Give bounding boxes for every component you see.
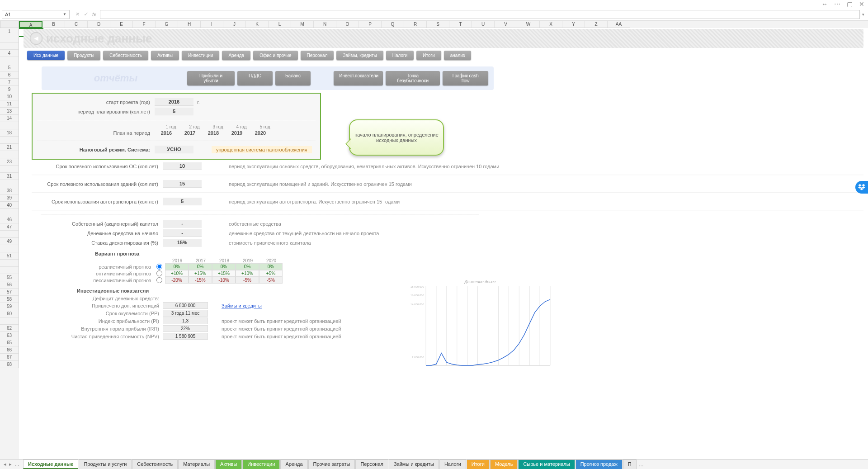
row-header[interactable]: 1 <box>0 28 19 35</box>
useful-life-value[interactable]: 15 <box>163 180 202 188</box>
forecast-radio[interactable] <box>156 277 162 283</box>
select-all-corner[interactable] <box>0 21 19 28</box>
chevron-down-icon[interactable]: ▼ <box>63 12 66 16</box>
row-header[interactable] <box>0 122 19 129</box>
row-header[interactable]: 9 <box>0 86 19 93</box>
row-header[interactable]: 47 <box>0 223 19 231</box>
loans-link[interactable]: Займы и кредиты <box>222 303 262 308</box>
col-header-U[interactable]: U <box>472 21 495 28</box>
row-header[interactable]: 60 <box>0 310 19 317</box>
col-header-F[interactable]: F <box>133 21 156 28</box>
row-header[interactable]: 18 <box>0 129 19 137</box>
nav-итоги[interactable]: Итоги <box>416 51 441 60</box>
row-header[interactable]: 14 <box>0 115 19 122</box>
report-btn[interactable]: Точка безубыточноси <box>386 71 440 85</box>
col-header-V[interactable]: V <box>495 21 517 28</box>
row-header[interactable] <box>0 57 19 64</box>
row-header[interactable]: 13 <box>0 108 19 115</box>
nav-активы[interactable]: Активы <box>151 51 179 60</box>
row-header[interactable]: 65 <box>0 339 19 346</box>
row-header[interactable]: 39 <box>0 194 19 202</box>
row-header[interactable]: 59 <box>0 303 19 310</box>
row-header[interactable] <box>0 180 19 187</box>
row-header[interactable]: 10 <box>0 93 19 100</box>
row-header[interactable]: 63 <box>0 332 19 339</box>
row-header[interactable]: 40 <box>0 202 19 209</box>
formula-expand-icon[interactable]: ▾ <box>860 12 866 17</box>
row-header[interactable]: 67 <box>0 354 19 361</box>
row-header[interactable]: 51 <box>0 252 19 260</box>
row-header[interactable] <box>0 245 19 252</box>
maximize-icon[interactable]: ▢ <box>847 0 853 8</box>
row-header[interactable]: 6 <box>0 71 19 79</box>
row-header[interactable]: 31 <box>0 173 19 180</box>
row-header[interactable]: 57 <box>0 289 19 296</box>
more-icon[interactable]: ⋯ <box>834 0 840 8</box>
row-header[interactable] <box>0 267 19 274</box>
nav-аренда[interactable]: Аренда <box>222 51 250 60</box>
col-header-B[interactable]: B <box>42 21 65 28</box>
spreadsheet-grid[interactable]: ABCDEFGHIJKLMNOPQRSTUVWXYZAA ◄ исходные … <box>19 21 868 459</box>
report-btn[interactable]: Баланс <box>275 71 311 85</box>
row-header[interactable] <box>0 35 19 43</box>
col-header-S[interactable]: S <box>427 21 449 28</box>
row-header[interactable] <box>0 166 19 173</box>
row-header[interactable]: 38 <box>0 187 19 194</box>
start-year-value[interactable]: 2016 <box>155 98 193 106</box>
col-header-M[interactable]: M <box>291 21 314 28</box>
col-header-AA[interactable]: AA <box>608 21 630 28</box>
col-header-P[interactable]: P <box>359 21 382 28</box>
forecast-radio[interactable] <box>156 264 162 270</box>
tax-system-value[interactable]: УСНО <box>155 146 193 153</box>
plan-period-value[interactable]: 5 <box>155 108 193 115</box>
nav-налоги[interactable]: Налоги <box>386 51 414 60</box>
capital-value[interactable]: 15% <box>163 239 202 246</box>
row-header[interactable]: 46 <box>0 216 19 223</box>
col-header-A[interactable]: A <box>19 21 42 28</box>
nav-исх-данные[interactable]: Исх данные <box>27 51 65 60</box>
accept-icon[interactable]: ✓ <box>84 11 88 17</box>
col-header-Z[interactable]: Z <box>585 21 608 28</box>
row-header[interactable]: 7 <box>0 79 19 86</box>
col-header-C[interactable]: C <box>65 21 88 28</box>
row-header[interactable]: 21 <box>0 144 19 151</box>
nav-займы,-кредиты[interactable]: Займы, кредиты <box>336 51 383 60</box>
row-header[interactable] <box>0 151 19 158</box>
useful-life-value[interactable]: 10 <box>163 162 202 170</box>
row-header[interactable]: 23 <box>0 158 19 166</box>
row-header[interactable] <box>0 260 19 267</box>
col-header-G[interactable]: G <box>156 21 178 28</box>
row-header[interactable]: 66 <box>0 346 19 354</box>
dropbox-icon[interactable] <box>855 181 868 194</box>
formula-input[interactable] <box>100 10 860 19</box>
row-header[interactable]: 56 <box>0 281 19 289</box>
nav-себестоимость[interactable]: Себестоимость <box>103 51 148 60</box>
nav-продукты[interactable]: Продукты <box>67 51 100 60</box>
row-header[interactable]: 4 <box>0 50 19 57</box>
row-header[interactable]: 62 <box>0 325 19 332</box>
col-header-R[interactable]: R <box>404 21 427 28</box>
row-header[interactable]: 55 <box>0 274 19 281</box>
col-header-H[interactable]: H <box>178 21 201 28</box>
row-header[interactable]: 49 <box>0 238 19 245</box>
col-header-W[interactable]: W <box>517 21 540 28</box>
name-box[interactable]: A1 ▼ <box>2 10 70 19</box>
nav-инвестиции[interactable]: Инвестиции <box>182 51 220 60</box>
row-header[interactable] <box>0 43 19 50</box>
col-header-E[interactable]: E <box>110 21 133 28</box>
back-icon[interactable]: ◄ <box>30 32 42 45</box>
row-header[interactable] <box>0 231 19 238</box>
row-header[interactable] <box>0 209 19 216</box>
nav-персонал[interactable]: Персонал <box>301 51 334 60</box>
col-header-T[interactable]: T <box>449 21 472 28</box>
col-header-K[interactable]: K <box>246 21 269 28</box>
col-header-X[interactable]: X <box>540 21 562 28</box>
col-header-J[interactable]: J <box>223 21 246 28</box>
col-header-Y[interactable]: Y <box>562 21 585 28</box>
fx-icon[interactable]: fx <box>92 12 96 17</box>
col-header-I[interactable]: I <box>201 21 223 28</box>
resize-icon[interactable]: ↔ <box>821 0 828 8</box>
nav-анализ[interactable]: анализ <box>444 51 472 60</box>
row-header[interactable]: 68 <box>0 361 19 368</box>
col-header-O[interactable]: O <box>336 21 359 28</box>
